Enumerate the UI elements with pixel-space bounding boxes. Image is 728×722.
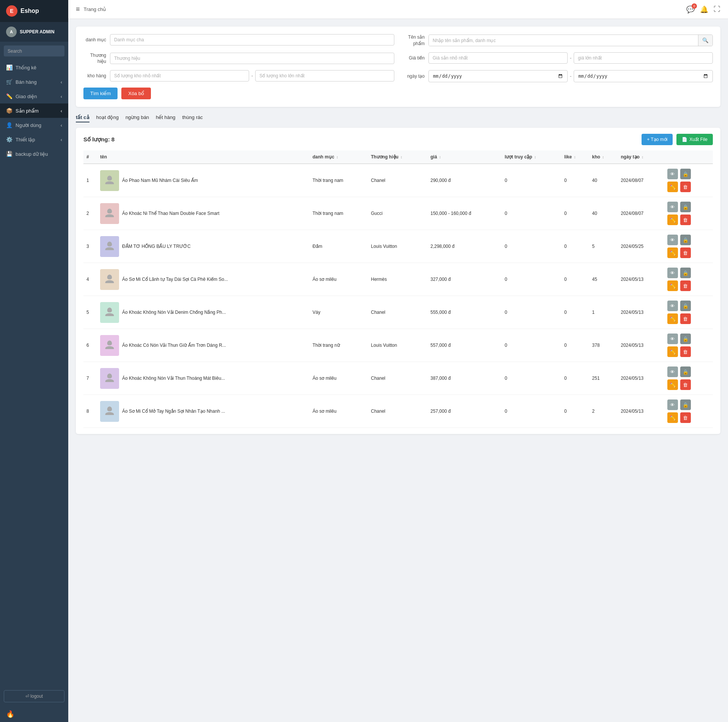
- cell-kho: 40: [589, 197, 618, 230]
- table-row: 1 Áo Phao Nam Mũ Nhám Cài Siêu Ấm Thời t…: [83, 164, 713, 197]
- clear-button[interactable]: Xóa bổ: [121, 88, 151, 99]
- view-button[interactable]: 👁: [667, 268, 678, 278]
- col-danh-muc[interactable]: danh mục ↕: [309, 150, 368, 164]
- sidebar-item-giao-dien[interactable]: ✏️ Giao diện ‹: [0, 89, 68, 103]
- tab-het-hang[interactable]: hết hàng: [156, 113, 175, 122]
- view-button[interactable]: 👁: [667, 334, 678, 344]
- delete-button[interactable]: 🗑: [680, 215, 691, 225]
- export-button[interactable]: 📄 Xuất File: [676, 134, 713, 145]
- sidebar-item-nguoi-dung[interactable]: 👤 Người dùng ‹: [0, 118, 68, 132]
- hamburger-icon[interactable]: ≡: [76, 5, 80, 13]
- sidebar-item-backup[interactable]: 💾 backup dữ liệu: [0, 147, 68, 161]
- cell-thuong-hieu: Louis Vuitton: [368, 329, 427, 362]
- date-from-input[interactable]: [428, 70, 568, 82]
- tab-thung-rac[interactable]: thùng rác: [182, 113, 202, 122]
- table-row: 2 Áo Khoác Ni Thể Thao Nam Double Face S…: [83, 197, 713, 230]
- filter-thuong-hieu: Thươnghiệu: [83, 52, 394, 65]
- product-name: Áo Khoác Không Nón Vải Denim Chống Nắng …: [122, 310, 226, 315]
- create-new-button[interactable]: + Tạo mới: [642, 134, 673, 145]
- lock-button[interactable]: 🔒: [680, 202, 691, 212]
- cell-ten: Áo Sơ Mi Cổ Lãnh tự Tay Dài Sợi Cà Phê K…: [97, 263, 309, 296]
- action-pair-bottom: ✏️ 🗑: [667, 346, 692, 358]
- date-to-input[interactable]: [574, 70, 713, 82]
- sidebar-item-ban-hang[interactable]: 🛒 Bán hàng ‹: [0, 75, 68, 89]
- sidebar-item-san-pham[interactable]: 📦 Sản phẩm ‹: [0, 103, 68, 118]
- table-action-buttons: + Tạo mới 📄 Xuất File: [642, 134, 713, 145]
- ten-sp-search-button[interactable]: 🔍: [698, 35, 712, 46]
- cell-thuong-hieu: Chanel: [368, 164, 427, 197]
- table-header: Số lượng: 8 + Tạo mới 📄 Xuất File: [83, 134, 713, 145]
- edit-button[interactable]: ✏️: [667, 379, 678, 390]
- ten-sp-input[interactable]: [429, 35, 698, 46]
- messages-icon[interactable]: 💬 0: [686, 5, 695, 14]
- kho-max-input[interactable]: [255, 70, 394, 81]
- delete-button[interactable]: 🗑: [680, 313, 691, 324]
- lock-button[interactable]: 🔒: [680, 399, 691, 410]
- kho-min-input[interactable]: [110, 70, 249, 81]
- lock-button[interactable]: 🔒: [680, 169, 691, 179]
- search-button[interactable]: Tìm kiếm: [83, 88, 118, 99]
- edit-button[interactable]: ✏️: [667, 346, 678, 357]
- price-range-sep: -: [570, 55, 572, 61]
- lock-button[interactable]: 🔒: [680, 235, 691, 245]
- brand-label: Eshop: [20, 8, 39, 14]
- price-max-input[interactable]: [574, 52, 713, 64]
- tab-ngung-ban[interactable]: ngừng bán: [126, 113, 149, 122]
- edit-button[interactable]: ✏️: [667, 247, 678, 258]
- cell-thuong-hieu: Gucci: [368, 197, 427, 230]
- notification-icon[interactable]: 🔔: [700, 5, 708, 14]
- col-luot-truy-cap[interactable]: lượt truy cập ↕: [502, 150, 561, 164]
- delete-button[interactable]: 🗑: [680, 247, 691, 258]
- col-thuong-hieu[interactable]: Thương hiệu ↕: [368, 150, 427, 164]
- action-buttons: 👁 🔒 ✏️ 🗑: [667, 201, 710, 226]
- delete-button[interactable]: 🗑: [680, 346, 691, 357]
- col-gia[interactable]: giá ↕: [427, 150, 502, 164]
- cell-kho: 378: [589, 329, 618, 362]
- cell-stt: 4: [83, 263, 97, 296]
- tab-hoat-dong[interactable]: hoạt động: [96, 113, 119, 122]
- sidebar-item-thong-ke[interactable]: 📊 Thống kê: [0, 60, 68, 75]
- main-content: ≡ Trang chủ 💬 0 🔔 ⛶ danh mục: [68, 0, 728, 722]
- search-input[interactable]: [4, 46, 64, 56]
- price-min-input[interactable]: [428, 52, 568, 64]
- view-button[interactable]: 👁: [667, 301, 678, 311]
- product-count: Số lượng: 8: [83, 136, 115, 143]
- product-table-card: Số lượng: 8 + Tạo mới 📄 Xuất File # tên …: [76, 128, 720, 434]
- lock-button[interactable]: 🔒: [680, 366, 691, 377]
- edit-button[interactable]: ✏️: [667, 215, 678, 225]
- delete-button[interactable]: 🗑: [680, 280, 691, 291]
- thuong-hieu-input[interactable]: [110, 53, 394, 64]
- delete-button[interactable]: 🗑: [680, 379, 691, 390]
- cell-ngay-tao: 2024/08/07: [618, 164, 664, 197]
- cell-luot-truy-cap: 0: [502, 197, 561, 230]
- table-row: 7 Áo Khoác Không Nón Vải Thun Thoáng Mát…: [83, 362, 713, 395]
- cell-danh-muc: Thời trang nữ: [309, 329, 368, 362]
- table-body: 1 Áo Phao Nam Mũ Nhám Cài Siêu Ấm Thời t…: [83, 164, 713, 428]
- danh-muc-input[interactable]: [110, 34, 394, 45]
- lock-button[interactable]: 🔒: [680, 334, 691, 344]
- view-button[interactable]: 👁: [667, 235, 678, 245]
- tab-tat-ca[interactable]: tất cả: [76, 113, 89, 122]
- cell-actions: 👁 🔒 ✏️ 🗑: [664, 197, 713, 230]
- sidebar-item-thiet-lap[interactable]: ⚙️ Thiết lập ‹: [0, 132, 68, 147]
- cell-danh-muc: Thời trang nam: [309, 197, 368, 230]
- lock-button[interactable]: 🔒: [680, 268, 691, 278]
- col-like[interactable]: like ↕: [561, 150, 589, 164]
- cell-luot-truy-cap: 0: [502, 164, 561, 197]
- edit-button[interactable]: ✏️: [667, 412, 678, 423]
- view-button[interactable]: 👁: [667, 169, 678, 179]
- delete-button[interactable]: 🗑: [680, 182, 691, 192]
- edit-button[interactable]: ✏️: [667, 280, 678, 291]
- col-ngay-tao[interactable]: ngày tạo ↕: [618, 150, 664, 164]
- view-button[interactable]: 👁: [667, 366, 678, 377]
- lock-button[interactable]: 🔒: [680, 301, 691, 311]
- logout-button[interactable]: ⏎ logout: [4, 690, 64, 702]
- delete-button[interactable]: 🗑: [680, 412, 691, 423]
- col-kho[interactable]: kho ↕: [589, 150, 618, 164]
- thong-ke-icon: 📊: [6, 64, 13, 70]
- fullscreen-icon[interactable]: ⛶: [714, 5, 720, 13]
- view-button[interactable]: 👁: [667, 202, 678, 212]
- edit-button[interactable]: ✏️: [667, 313, 678, 324]
- view-button[interactable]: 👁: [667, 399, 678, 410]
- edit-button[interactable]: ✏️: [667, 182, 678, 192]
